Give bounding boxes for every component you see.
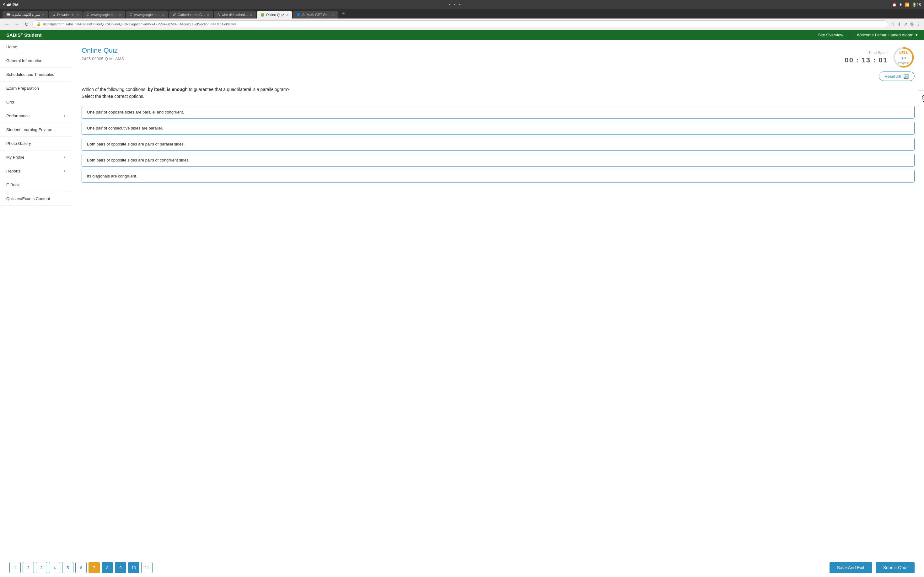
sidebar-item-label: Home [6, 45, 17, 49]
battery-icon: 🔋18 [912, 3, 921, 7]
bookmark-star-icon[interactable]: ☆ [891, 22, 895, 27]
page-button-2[interactable]: 2 [23, 562, 34, 572]
sidebar-item-label: My Profile [6, 155, 24, 160]
tab-close-button[interactable]: ✕ [42, 13, 45, 16]
browser-status-icons: ⏰ ✱ 📶 🔋18 [892, 3, 921, 7]
sidebar-item-my-profile[interactable]: My Profile ▾ [0, 150, 72, 164]
tab-close-button[interactable]: ✕ [250, 13, 252, 17]
tab-favicon: G [87, 13, 89, 17]
sidebar-item-exam-preparation[interactable]: Exam Preparation [0, 82, 72, 95]
page-button-5[interactable]: 5 [62, 562, 73, 572]
answer-option-4[interactable]: Both pairs of opposite sides are pairs o… [82, 154, 914, 166]
page-button-4[interactable]: 4 [49, 562, 60, 572]
chevron-down-icon: ▾ [64, 169, 66, 173]
tab-close-button[interactable]: ✕ [207, 13, 209, 17]
browser-tab[interactable]: ⬇ Downloads ✕ [49, 11, 82, 18]
submit-quiz-button[interactable]: Submit Quiz [876, 562, 914, 572]
tab-close-button[interactable]: ✕ [332, 13, 334, 17]
tab-label: AI Math GPT So... [302, 13, 330, 17]
tab-close-button[interactable]: ✕ [286, 13, 288, 17]
page-button-6[interactable]: 6 [75, 562, 87, 572]
bold-by-itself: by itself, is enough [148, 87, 188, 92]
tab-close-button[interactable]: ✕ [76, 13, 79, 17]
options-container: One pair of opposite sides are parallel … [82, 106, 914, 185]
page-button-10[interactable]: 10 [128, 562, 139, 572]
progress-circle-inner: 6/11 QuizProgress [898, 50, 909, 65]
page-button-8[interactable]: 8 [102, 562, 113, 572]
browser-tab[interactable]: 📖 سورة الكهف مكتوبة ✕ [3, 11, 48, 18]
tab-close-button[interactable]: ✕ [162, 13, 165, 17]
sabis-nav: Site Overview | Welcome Lamar Hamed Alqa… [818, 32, 918, 37]
page-button-9[interactable]: 9 [115, 562, 126, 572]
download-icon[interactable]: ⬇ [897, 22, 901, 27]
address-text: digitalplatform.sabis.net/Pages/OnlineQu… [43, 22, 884, 26]
tab-favicon: ⬇ [53, 13, 55, 17]
browser-tab[interactable]: 🔵 AI Math GPT So... ✕ [293, 11, 338, 18]
sidebar-item-label: Reports [6, 169, 21, 173]
progress-fraction: 6/11 [898, 50, 909, 55]
sabis-logo: SABIS® Student [6, 32, 42, 38]
nav-forward-button[interactable]: → [13, 21, 21, 27]
new-tab-button[interactable]: + [339, 10, 347, 18]
bold-three: three [102, 94, 113, 99]
tab-favicon: 🟢 [260, 13, 264, 17]
tab-label: www.google.co... [134, 13, 160, 17]
tab-close-button[interactable]: ✕ [119, 13, 121, 17]
nav-back-button[interactable]: ← [3, 21, 11, 27]
page-button-1[interactable]: 1 [10, 562, 21, 572]
answer-option-2[interactable]: One pair of consecutive sides are parall… [82, 122, 914, 135]
sidebar-item-quizzesexams-content[interactable]: Quizzes/Exams Content [0, 192, 72, 206]
save-and-exit-button[interactable]: Save And Exit [830, 562, 872, 572]
sidebar-item-student-learning-environ[interactable]: Student Learning Environ... [0, 123, 72, 137]
sidebar-item-schedules-and-timetables[interactable]: Schedules and Timetables [0, 68, 72, 82]
browser-tab[interactable]: G www.google.co... ✕ [126, 11, 168, 18]
sidebar-item-grid[interactable]: Grid [0, 95, 72, 109]
site-overview-link[interactable]: Site Overview [818, 32, 843, 37]
timer-section: Time Spent 00 : 13 : 01 6/11 QuizProgres… [845, 47, 914, 68]
reset-all-button[interactable]: Reset All 🔄 [879, 71, 914, 81]
tab-label: www.google.co... [91, 13, 117, 17]
tab-label: who did catheri... [221, 13, 248, 17]
browser-chrome: 9:46 PM • • • ⏰ ✱ 📶 🔋18 📖 سورة الكهف مكت… [0, 0, 924, 30]
sidebar-item-label: Grid [6, 100, 14, 105]
comment-icon-box[interactable]: 💬 [918, 90, 924, 106]
tab-label: Downloads [57, 13, 74, 17]
reset-bar: Reset All 🔄 [82, 71, 914, 81]
quiz-header: Online Quiz 2425-09905-Q-M -AMS Time Spe… [82, 47, 914, 68]
progress-label: QuizProgress [898, 56, 909, 64]
welcome-user-link[interactable]: Welcome Lamar Hamed Alqarni ▾ [857, 32, 918, 37]
answer-option-3[interactable]: Both pairs of opposite sides are pairs o… [82, 138, 914, 150]
nav-separator: | [850, 32, 851, 37]
extension-icon[interactable]: ⑧ [910, 22, 914, 27]
sidebar-item-home[interactable]: Home [0, 40, 72, 54]
browser-tab[interactable]: G who did catheri... ✕ [214, 11, 256, 18]
sidebar-item-performance[interactable]: Performance ▾ [0, 109, 72, 123]
quiz-footer: 1234567891011 Save And Exit Submit Quiz [0, 558, 924, 572]
menu-icon[interactable]: ⋮ [916, 22, 921, 27]
page-button-11[interactable]: 11 [141, 562, 152, 572]
browser-time: 9:46 PM [3, 3, 18, 7]
sidebar-item-reports[interactable]: Reports ▾ [0, 164, 72, 178]
browser-tab[interactable]: G www.google.co... ✕ [83, 11, 126, 18]
browser-tab[interactable]: W Catherine the G... ✕ [169, 11, 213, 18]
quiz-progress-circle: 6/11 QuizProgress [893, 47, 914, 68]
sidebar-item-general-information[interactable]: General Information [0, 54, 72, 68]
question-text: Which of the following conditions, by it… [82, 86, 914, 100]
browser-tab[interactable]: 🟢 Online Quiz ✕ [257, 11, 292, 18]
tab-label: سورة الكهف مكتوبة [12, 13, 40, 17]
alarm-icon: ⏰ [892, 3, 897, 7]
address-bar[interactable]: 🔒 digitalplatform.sabis.net/Pages/Online… [32, 20, 888, 28]
answer-option-1[interactable]: One pair of opposite sides are parallel … [82, 106, 914, 119]
time-spent-block: Time Spent 00 : 13 : 01 [845, 50, 888, 64]
share-icon[interactable]: ↗ [904, 22, 907, 27]
sidebar-item-photo-gallery[interactable]: Photo Gallery [0, 137, 72, 150]
tab-label: Catherine the G... [178, 13, 205, 17]
page-button-7[interactable]: 7 [89, 562, 100, 572]
nav-reload-button[interactable]: ↻ [23, 21, 30, 28]
browser-addressbar: ← → ↻ 🔒 digitalplatform.sabis.net/Pages/… [0, 18, 924, 30]
answer-option-5[interactable]: Its diagonals are congruent. [82, 170, 914, 182]
page-button-3[interactable]: 3 [36, 562, 47, 572]
sidebar-item-label: Quizzes/Exams Content [6, 196, 50, 201]
pagination: 1234567891011 [10, 562, 152, 572]
sidebar-item-e-book[interactable]: E-Book [0, 178, 72, 192]
